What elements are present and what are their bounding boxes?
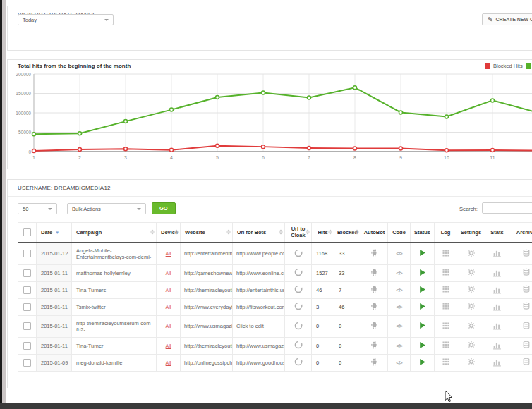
grid-icon[interactable] [442, 252, 450, 259]
website-cell[interactable]: http://onlinegossipchann... [181, 354, 233, 371]
page-size-select[interactable]: 50 [18, 203, 57, 214]
column-header-url_to_cloak[interactable]: Url to Cloak [285, 223, 312, 243]
play-icon[interactable] [418, 305, 426, 312]
row-checkbox[interactable] [23, 303, 31, 311]
code-icon[interactable]: </> [396, 304, 402, 310]
play-icon[interactable] [418, 324, 426, 331]
create-new-campaign-button[interactable]: ✎ CREATE NEW CAMPAIGN [482, 13, 532, 25]
column-header-date[interactable]: Date▼ [37, 223, 72, 243]
bar-chart-icon[interactable] [492, 345, 502, 351]
grid-icon[interactable] [442, 344, 450, 350]
url-for-bots-cell[interactable]: http://entertainthis.usatod... [233, 281, 285, 298]
bar-chart-icon[interactable] [492, 325, 502, 331]
column-header-blocked[interactable]: Blocked [334, 223, 361, 243]
database-icon[interactable] [522, 344, 531, 350]
grid-icon[interactable] [442, 288, 450, 295]
refresh-icon[interactable] [294, 361, 303, 367]
device-link[interactable]: All [166, 324, 171, 329]
code-icon[interactable]: </> [396, 323, 402, 329]
code-icon[interactable]: </> [396, 250, 402, 257]
sort-icon[interactable] [174, 230, 179, 235]
database-icon[interactable] [522, 252, 531, 259]
database-icon[interactable] [522, 271, 531, 278]
column-header-website[interactable]: Website [181, 223, 233, 243]
android-icon[interactable] [370, 345, 379, 351]
date-range-select[interactable]: Today [18, 14, 114, 25]
grid-icon[interactable] [442, 271, 450, 278]
row-checkbox[interactable] [23, 269, 31, 277]
sort-icon[interactable] [150, 230, 155, 235]
refresh-icon[interactable] [294, 344, 303, 350]
website-cell[interactable]: http://entertainmentbelays... [181, 243, 233, 265]
code-icon[interactable]: </> [396, 287, 402, 293]
gear-icon[interactable] [467, 288, 476, 295]
bar-chart-icon[interactable] [492, 362, 502, 368]
device-link[interactable]: All [166, 305, 171, 310]
android-icon[interactable] [370, 306, 379, 312]
column-header-hits[interactable]: Hits [312, 223, 334, 243]
grid-icon[interactable] [442, 361, 450, 367]
go-button[interactable]: GO [152, 202, 176, 214]
android-icon[interactable] [370, 362, 379, 368]
row-checkbox[interactable] [23, 359, 31, 367]
gear-icon[interactable] [467, 361, 476, 367]
grid-icon[interactable] [442, 305, 450, 312]
device-link[interactable]: All [166, 360, 171, 365]
bar-chart-icon[interactable] [492, 272, 502, 279]
code-icon[interactable]: </> [396, 360, 402, 366]
device-link[interactable]: All [166, 288, 171, 293]
search-input[interactable] [482, 202, 532, 214]
column-header-device[interactable]: Device [157, 223, 181, 243]
url-for-bots-cell[interactable]: Click to edit [233, 315, 285, 337]
refresh-icon[interactable] [294, 305, 303, 312]
android-icon[interactable] [370, 325, 379, 331]
database-icon[interactable] [522, 288, 531, 295]
database-icon[interactable] [522, 361, 531, 367]
bar-chart-icon[interactable] [492, 289, 502, 295]
gear-icon[interactable] [467, 344, 476, 350]
website-cell[interactable]: http://www.everydayfitnes... [181, 298, 233, 315]
url-for-bots-cell[interactable]: http://www.people.com/ar... [233, 243, 285, 265]
play-icon[interactable] [418, 252, 426, 258]
sort-icon[interactable] [328, 230, 332, 235]
android-icon[interactable] [370, 272, 379, 279]
android-icon[interactable] [370, 252, 379, 259]
column-header-url_for_bots[interactable]: Url for Bots [233, 223, 285, 243]
url-for-bots-cell[interactable]: http://www.eonline.com/n... [233, 264, 285, 281]
refresh-icon[interactable] [294, 288, 303, 295]
select-all-checkbox[interactable] [23, 228, 31, 236]
device-link[interactable]: All [166, 271, 171, 276]
refresh-icon[interactable] [294, 252, 303, 259]
code-icon[interactable]: </> [396, 343, 402, 349]
android-icon[interactable] [370, 289, 379, 295]
sort-icon[interactable] [355, 230, 359, 235]
gear-icon[interactable] [467, 271, 476, 278]
sort-icon[interactable] [279, 230, 283, 235]
website-cell[interactable]: http://themiracleyouthser... [181, 281, 233, 298]
row-checkbox[interactable] [23, 250, 31, 257]
row-checkbox[interactable] [23, 322, 31, 330]
refresh-icon[interactable] [294, 271, 303, 278]
website-cell[interactable]: http://gameshownews.net [181, 264, 233, 281]
url-for-bots-cell[interactable]: http://www.usmagazine.c... [233, 337, 285, 354]
device-link[interactable]: All [166, 251, 171, 256]
scrollbar-track[interactable] [2, 0, 6, 403]
play-icon[interactable] [418, 344, 426, 350]
play-icon[interactable] [418, 361, 426, 367]
row-checkbox[interactable] [23, 342, 31, 350]
gear-icon[interactable] [467, 252, 476, 259]
bar-chart-icon[interactable] [492, 252, 502, 259]
database-icon[interactable] [522, 305, 531, 312]
database-icon[interactable] [522, 325, 531, 331]
gear-icon[interactable] [467, 325, 476, 331]
sort-descending-icon[interactable]: ▼ [55, 231, 59, 235]
grid-icon[interactable] [442, 325, 450, 331]
url-for-bots-cell[interactable]: http://fitsworkout.com/ [233, 298, 285, 315]
sort-icon[interactable] [306, 230, 310, 235]
play-icon[interactable] [418, 271, 426, 278]
play-icon[interactable] [418, 288, 426, 295]
refresh-icon[interactable] [294, 325, 303, 331]
row-checkbox[interactable] [23, 286, 31, 294]
device-link[interactable]: All [166, 343, 171, 348]
gear-icon[interactable] [467, 305, 476, 312]
